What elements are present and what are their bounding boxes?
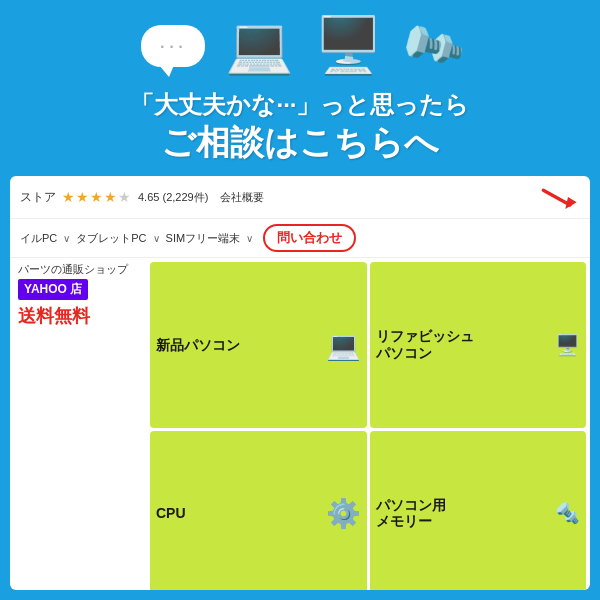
shipping-free-label: 送料無料 (18, 304, 142, 328)
product-refurb[interactable]: リファビッシュパソコン 🖥️ (370, 262, 587, 427)
product-label-new-pc: 新品パソコン (156, 337, 240, 354)
speech-bubble: ··· (141, 25, 204, 67)
headline-line2: ご相談はこちらへ (20, 120, 580, 164)
star-rating: ★★★★★ (62, 189, 132, 205)
headline-line1: 「大丈夫かな···」っと思ったら (20, 89, 580, 120)
product-new-pc[interactable]: 新品パソコン 💻 (150, 262, 367, 427)
rating-value: 4.65 (2,229件) (138, 190, 208, 205)
store-header-row: ストア ★★★★★ 4.65 (2,229件) 会社概要 (10, 176, 590, 219)
product-label-refurb: リファビッシュパソコン (376, 328, 474, 362)
product-label-memory: パソコン用メモリー (376, 497, 446, 531)
contact-button[interactable]: 問い合わせ (263, 224, 356, 252)
screenshot-area: ストア ★★★★★ 4.65 (2,229件) 会社概要 イルPC ∨ タブレッ… (10, 176, 590, 590)
yahoo-badge: YAHOO 店 (18, 279, 88, 300)
red-arrow-icon (540, 182, 580, 212)
product-cpu[interactable]: CPU ⚙️ (150, 431, 367, 590)
product-label-cpu: CPU (156, 505, 186, 522)
product-icon-cpu: ⚙️ (326, 497, 361, 530)
svg-marker-1 (565, 197, 576, 209)
laptop-icon: 💻 (225, 18, 294, 73)
shop-description: パーツの通販ショップ (18, 262, 142, 277)
company-link[interactable]: 会社概要 (220, 190, 264, 205)
nav-dropdown-mobile: ∨ (63, 233, 70, 244)
product-icon-refurb: 🖥️ (555, 333, 580, 357)
nav-dropdown-tablet: ∨ (153, 233, 160, 244)
ram-icon: 🔩 (395, 12, 466, 79)
nav-dropdown-sim: ∨ (246, 233, 253, 244)
main-container: ··· 💻 🖥️ 🔩 「大丈夫かな···」っと思ったら ご相談はこちらへ ストア… (0, 0, 600, 600)
product-grid: 新品パソコン 💻 リファビッシュパソコン 🖥️ CPU ⚙️ パソコン用メモリー… (150, 258, 590, 590)
shop-left-panel: パーツの通販ショップ YAHOO 店 送料無料 (10, 258, 150, 590)
speech-bubble-dots: ··· (159, 35, 186, 57)
top-icons-section: ··· 💻 🖥️ 🔩 (0, 0, 600, 81)
store-label: ストア (20, 189, 56, 206)
shop-content-wrapper: パーツの通販ショップ YAHOO 店 送料無料 新品パソコン 💻 リファビッシュ… (10, 258, 590, 590)
product-memory[interactable]: パソコン用メモリー 🔩 (370, 431, 587, 590)
arrow-container (540, 182, 580, 212)
nav-row: イルPC ∨ タブレットPC ∨ SIMフリー端末 ∨ 問い合わせ (10, 219, 590, 258)
headline-section: 「大丈夫かな···」っと思ったら ご相談はこちらへ (0, 81, 600, 168)
svg-line-0 (543, 191, 570, 206)
product-icon-new-pc: 💻 (326, 329, 361, 362)
nav-item-sim[interactable]: SIMフリー端末 (166, 231, 241, 246)
nav-item-tablet[interactable]: タブレットPC (76, 231, 146, 246)
product-icon-memory: 🔩 (555, 501, 580, 525)
nav-item-mobile-pc[interactable]: イルPC (20, 231, 57, 246)
desktop-icon: 🖥️ (314, 18, 383, 73)
